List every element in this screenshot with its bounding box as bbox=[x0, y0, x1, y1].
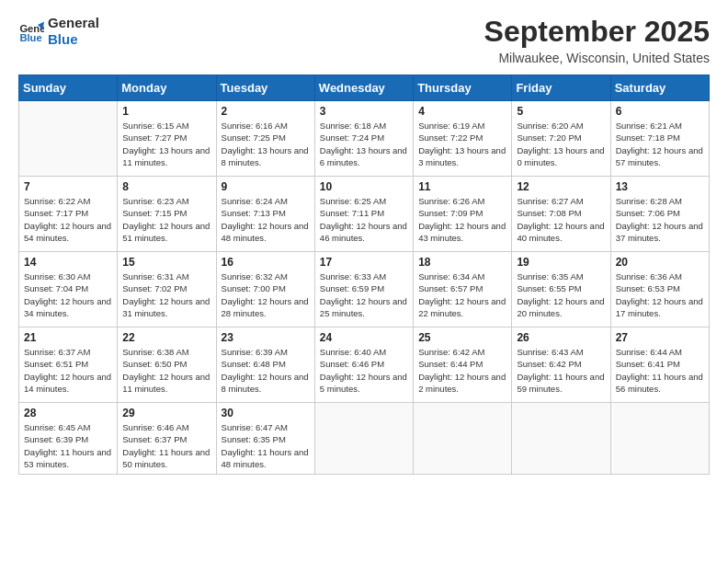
month-title: September 2025 bbox=[484, 15, 710, 49]
day-number: 26 bbox=[517, 331, 605, 344]
table-row: 10 Sunrise: 6:25 AM Sunset: 7:11 PM Dayl… bbox=[314, 177, 413, 252]
day-number: 15 bbox=[122, 256, 210, 269]
table-row: 28 Sunrise: 6:45 AM Sunset: 6:39 PM Dayl… bbox=[19, 403, 118, 475]
title-block: September 2025 Milwaukee, Wisconsin, Uni… bbox=[484, 15, 710, 65]
day-info: Sunrise: 6:27 AM Sunset: 7:08 PM Dayligh… bbox=[517, 195, 605, 244]
day-info: Sunrise: 6:42 AM Sunset: 6:44 PM Dayligh… bbox=[418, 346, 506, 395]
table-row: 19 Sunrise: 6:35 AM Sunset: 6:55 PM Dayl… bbox=[512, 252, 610, 327]
day-info: Sunrise: 6:39 AM Sunset: 6:48 PM Dayligh… bbox=[222, 346, 310, 395]
calendar-table: Sunday Monday Tuesday Wednesday Thursday… bbox=[18, 75, 710, 475]
table-row: 21 Sunrise: 6:37 AM Sunset: 6:51 PM Dayl… bbox=[19, 327, 118, 403]
header: General Blue General Blue September 2025… bbox=[18, 15, 710, 65]
day-info: Sunrise: 6:35 AM Sunset: 6:55 PM Dayligh… bbox=[517, 270, 605, 319]
table-row: 23 Sunrise: 6:39 AM Sunset: 6:48 PM Dayl… bbox=[216, 327, 314, 403]
table-row: 26 Sunrise: 6:43 AM Sunset: 6:42 PM Dayl… bbox=[512, 327, 610, 403]
logo-icon: General Blue bbox=[18, 18, 44, 44]
day-number: 12 bbox=[517, 180, 605, 193]
day-info: Sunrise: 6:26 AM Sunset: 7:09 PM Dayligh… bbox=[418, 195, 506, 244]
day-number: 11 bbox=[418, 180, 506, 193]
table-row: 14 Sunrise: 6:30 AM Sunset: 7:04 PM Dayl… bbox=[19, 252, 118, 327]
day-info: Sunrise: 6:47 AM Sunset: 6:35 PM Dayligh… bbox=[222, 421, 310, 470]
table-row: 6 Sunrise: 6:21 AM Sunset: 7:18 PM Dayli… bbox=[610, 101, 709, 177]
table-row bbox=[19, 101, 118, 177]
day-info: Sunrise: 6:19 AM Sunset: 7:22 PM Dayligh… bbox=[418, 120, 506, 168]
col-thursday: Thursday bbox=[414, 75, 512, 101]
table-row: 25 Sunrise: 6:42 AM Sunset: 6:44 PM Dayl… bbox=[414, 327, 512, 403]
day-number: 13 bbox=[616, 180, 704, 193]
col-sunday: Sunday bbox=[19, 75, 118, 101]
day-number: 3 bbox=[320, 105, 408, 118]
day-info: Sunrise: 6:16 AM Sunset: 7:25 PM Dayligh… bbox=[222, 120, 310, 168]
day-number: 29 bbox=[122, 407, 210, 419]
day-number: 1 bbox=[122, 105, 210, 118]
day-info: Sunrise: 6:32 AM Sunset: 7:00 PM Dayligh… bbox=[222, 270, 310, 319]
day-number: 22 bbox=[122, 331, 210, 344]
table-row: 27 Sunrise: 6:44 AM Sunset: 6:41 PM Dayl… bbox=[610, 327, 709, 403]
table-row: 1 Sunrise: 6:15 AM Sunset: 7:27 PM Dayli… bbox=[118, 101, 216, 177]
day-number: 5 bbox=[517, 105, 605, 118]
table-row: 18 Sunrise: 6:34 AM Sunset: 6:57 PM Dayl… bbox=[414, 252, 512, 327]
day-number: 24 bbox=[320, 331, 408, 344]
day-number: 21 bbox=[24, 331, 112, 344]
table-row: 3 Sunrise: 6:18 AM Sunset: 7:24 PM Dayli… bbox=[314, 101, 413, 177]
day-info: Sunrise: 6:24 AM Sunset: 7:13 PM Dayligh… bbox=[222, 195, 310, 244]
day-number: 4 bbox=[418, 105, 506, 118]
table-row: 22 Sunrise: 6:38 AM Sunset: 6:50 PM Dayl… bbox=[118, 327, 216, 403]
table-row bbox=[314, 403, 413, 475]
table-row: 9 Sunrise: 6:24 AM Sunset: 7:13 PM Dayli… bbox=[216, 177, 314, 252]
table-row: 8 Sunrise: 6:23 AM Sunset: 7:15 PM Dayli… bbox=[118, 177, 216, 252]
day-number: 17 bbox=[320, 256, 408, 269]
day-number: 16 bbox=[222, 256, 310, 269]
day-info: Sunrise: 6:21 AM Sunset: 7:18 PM Dayligh… bbox=[616, 120, 704, 168]
day-number: 8 bbox=[122, 180, 210, 193]
day-info: Sunrise: 6:33 AM Sunset: 6:59 PM Dayligh… bbox=[320, 270, 408, 319]
col-tuesday: Tuesday bbox=[216, 75, 314, 101]
col-wednesday: Wednesday bbox=[314, 75, 413, 101]
table-row: 2 Sunrise: 6:16 AM Sunset: 7:25 PM Dayli… bbox=[216, 101, 314, 177]
table-row bbox=[512, 403, 610, 475]
day-info: Sunrise: 6:36 AM Sunset: 6:53 PM Dayligh… bbox=[616, 270, 704, 319]
day-info: Sunrise: 6:43 AM Sunset: 6:42 PM Dayligh… bbox=[517, 346, 605, 395]
table-row: 24 Sunrise: 6:40 AM Sunset: 6:46 PM Dayl… bbox=[314, 327, 413, 403]
day-info: Sunrise: 6:46 AM Sunset: 6:37 PM Dayligh… bbox=[122, 421, 210, 470]
day-number: 19 bbox=[517, 256, 605, 269]
day-info: Sunrise: 6:22 AM Sunset: 7:17 PM Dayligh… bbox=[24, 195, 112, 244]
day-number: 14 bbox=[24, 256, 112, 269]
table-row bbox=[414, 403, 512, 475]
day-number: 10 bbox=[320, 180, 408, 193]
svg-text:Blue: Blue bbox=[19, 32, 41, 43]
table-row: 30 Sunrise: 6:47 AM Sunset: 6:35 PM Dayl… bbox=[216, 403, 314, 475]
logo: General Blue General Blue bbox=[18, 15, 99, 48]
table-row: 15 Sunrise: 6:31 AM Sunset: 7:02 PM Dayl… bbox=[118, 252, 216, 327]
logo-line1: General bbox=[48, 15, 99, 30]
table-row: 20 Sunrise: 6:36 AM Sunset: 6:53 PM Dayl… bbox=[610, 252, 709, 327]
day-info: Sunrise: 6:34 AM Sunset: 6:57 PM Dayligh… bbox=[418, 270, 506, 319]
day-number: 25 bbox=[418, 331, 506, 344]
table-row: 7 Sunrise: 6:22 AM Sunset: 7:17 PM Dayli… bbox=[19, 177, 118, 252]
day-number: 20 bbox=[616, 256, 704, 269]
day-info: Sunrise: 6:38 AM Sunset: 6:50 PM Dayligh… bbox=[122, 346, 210, 395]
day-info: Sunrise: 6:18 AM Sunset: 7:24 PM Dayligh… bbox=[320, 120, 408, 168]
table-row: 16 Sunrise: 6:32 AM Sunset: 7:00 PM Dayl… bbox=[216, 252, 314, 327]
day-number: 2 bbox=[222, 105, 310, 118]
day-number: 9 bbox=[222, 180, 310, 193]
table-row: 12 Sunrise: 6:27 AM Sunset: 7:08 PM Dayl… bbox=[512, 177, 610, 252]
table-row: 13 Sunrise: 6:28 AM Sunset: 7:06 PM Dayl… bbox=[610, 177, 709, 252]
location: Milwaukee, Wisconsin, United States bbox=[484, 51, 710, 65]
day-number: 7 bbox=[24, 180, 112, 193]
logo-line2: Blue bbox=[48, 31, 78, 47]
col-monday: Monday bbox=[118, 75, 216, 101]
day-info: Sunrise: 6:44 AM Sunset: 6:41 PM Dayligh… bbox=[616, 346, 704, 395]
day-number: 30 bbox=[222, 407, 310, 419]
table-row: 17 Sunrise: 6:33 AM Sunset: 6:59 PM Dayl… bbox=[314, 252, 413, 327]
col-friday: Friday bbox=[512, 75, 610, 101]
table-row bbox=[610, 403, 709, 475]
day-info: Sunrise: 6:37 AM Sunset: 6:51 PM Dayligh… bbox=[24, 346, 112, 395]
calendar-header-row: Sunday Monday Tuesday Wednesday Thursday… bbox=[19, 75, 710, 101]
day-number: 27 bbox=[616, 331, 704, 344]
day-info: Sunrise: 6:20 AM Sunset: 7:20 PM Dayligh… bbox=[517, 120, 605, 168]
table-row: 5 Sunrise: 6:20 AM Sunset: 7:20 PM Dayli… bbox=[512, 101, 610, 177]
col-saturday: Saturday bbox=[610, 75, 709, 101]
day-number: 28 bbox=[24, 407, 112, 419]
day-info: Sunrise: 6:15 AM Sunset: 7:27 PM Dayligh… bbox=[122, 120, 210, 168]
